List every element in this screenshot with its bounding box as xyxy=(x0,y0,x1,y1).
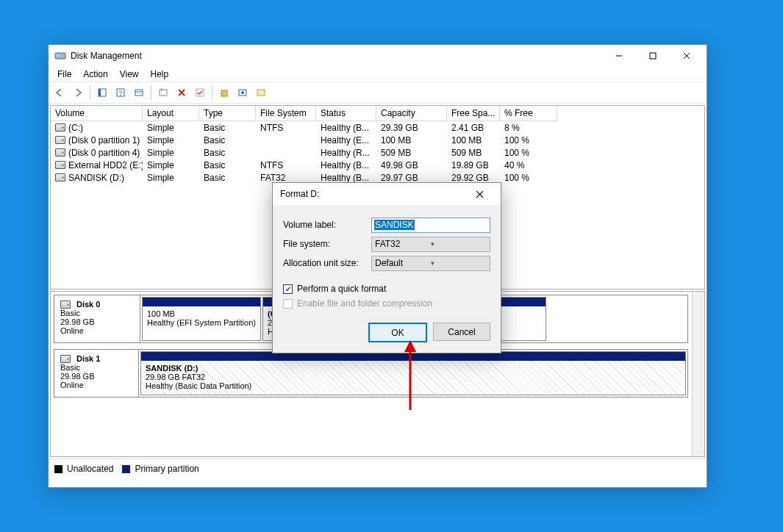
table-row[interactable]: (Disk 0 partition 4)SimpleBasicHealthy (… xyxy=(51,146,704,159)
refresh-icon[interactable] xyxy=(155,85,171,101)
maximize-button[interactable] xyxy=(636,45,670,67)
dialog-title: Format D: xyxy=(280,189,465,199)
check-icon[interactable] xyxy=(192,85,208,101)
col-free[interactable]: Free Spa... xyxy=(447,106,500,121)
label-file-system: File system: xyxy=(283,239,371,249)
cancel-button[interactable]: Cancel xyxy=(433,323,490,341)
disk-info: Disk 0Basic29.98 GBOnline xyxy=(54,295,140,342)
svg-rect-4 xyxy=(99,89,101,96)
annotation-arrow xyxy=(401,340,419,414)
chevron-down-icon: ▾ xyxy=(431,259,487,267)
table-row[interactable]: External HDD2 (E:)SimpleBasicNTFSHealthy… xyxy=(51,159,704,171)
svg-rect-13 xyxy=(257,90,265,96)
label-volume-label: Volume label: xyxy=(283,220,371,230)
col-layout[interactable]: Layout xyxy=(143,106,199,121)
svg-point-1 xyxy=(57,55,59,57)
disk-info: Disk 1Basic29.98 GBOnline xyxy=(54,350,139,397)
chevron-down-icon: ▾ xyxy=(431,240,487,248)
legend-primary-swatch xyxy=(122,465,130,473)
svg-rect-7 xyxy=(135,90,143,96)
quick-format-checkbox[interactable]: ✔ Perform a quick format xyxy=(283,281,490,296)
close-button[interactable] xyxy=(670,45,704,67)
col-type[interactable]: Type xyxy=(199,106,256,121)
menu-action[interactable]: Action xyxy=(77,68,113,81)
forward-icon[interactable] xyxy=(70,85,86,101)
disk-row[interactable]: Disk 1Basic29.98 GBOnlineSANDISK (D:)29.… xyxy=(54,349,688,398)
svg-rect-10 xyxy=(221,90,227,96)
drive-icon xyxy=(55,148,65,157)
toolbar: ? xyxy=(49,82,707,104)
action1-icon[interactable] xyxy=(216,85,232,101)
action3-icon[interactable] xyxy=(253,85,269,101)
svg-rect-2 xyxy=(650,53,656,59)
format-dialog: Format D: Volume label: SANDISK File sys… xyxy=(272,182,501,353)
label-allocation-unit: Allocation unit size: xyxy=(283,258,371,268)
col-volume[interactable]: Volume xyxy=(51,106,143,121)
action2-icon[interactable] xyxy=(235,85,251,101)
show-hide-icon[interactable] xyxy=(94,85,110,101)
allocation-unit-combo[interactable]: Default ▾ xyxy=(371,256,490,271)
menu-view[interactable]: View xyxy=(114,68,145,81)
column-headers[interactable]: Volume Layout Type File System Status Ca… xyxy=(51,106,704,121)
menubar: File Action View Help xyxy=(49,67,707,82)
legend: Unallocated Primary partition xyxy=(49,459,707,478)
dialog-close-button[interactable] xyxy=(465,183,493,205)
drive-icon xyxy=(55,123,65,132)
legend-unallocated-swatch xyxy=(54,465,62,473)
drive-icon xyxy=(55,161,65,169)
svg-rect-0 xyxy=(55,53,65,59)
svg-point-12 xyxy=(241,91,244,94)
delete-icon[interactable] xyxy=(174,85,190,101)
view-icon[interactable] xyxy=(131,85,147,101)
menu-help[interactable]: Help xyxy=(145,68,175,81)
menu-file[interactable]: File xyxy=(51,68,77,81)
dialog-titlebar[interactable]: Format D: xyxy=(273,183,501,205)
col-status[interactable]: Status xyxy=(316,106,376,121)
partition[interactable]: 100 MBHealthy (EFI System Partition) xyxy=(142,297,261,341)
col-pctfree[interactable]: % Free xyxy=(500,106,557,121)
titlebar[interactable]: Disk Management xyxy=(49,45,707,67)
drive-icon xyxy=(55,173,65,181)
window-title: Disk Management xyxy=(71,51,602,61)
compression-checkbox: Enable file and folder compression xyxy=(283,296,490,311)
file-system-combo[interactable]: FAT32 ▾ xyxy=(371,237,490,252)
svg-text:?: ? xyxy=(118,90,122,97)
ok-button[interactable]: OK xyxy=(368,323,427,342)
table-row[interactable]: (C:)SimpleBasicNTFSHealthy (B...29.39 GB… xyxy=(51,121,704,134)
col-capacity[interactable]: Capacity xyxy=(376,106,447,121)
minimize-button[interactable] xyxy=(602,45,636,67)
app-icon xyxy=(54,50,66,62)
help-icon[interactable]: ? xyxy=(112,85,129,101)
back-icon[interactable] xyxy=(51,85,68,101)
legend-unallocated: Unallocated xyxy=(67,464,113,474)
drive-icon xyxy=(55,136,65,144)
scrollbar[interactable] xyxy=(692,292,705,456)
volume-label-input[interactable]: SANDISK xyxy=(371,218,490,233)
legend-primary: Primary partition xyxy=(135,464,199,474)
svg-rect-8 xyxy=(160,90,167,96)
table-row[interactable]: (Disk 0 partition 1)SimpleBasicHealthy (… xyxy=(51,134,704,146)
svg-marker-15 xyxy=(404,340,416,352)
col-filesystem[interactable]: File System xyxy=(256,106,316,121)
